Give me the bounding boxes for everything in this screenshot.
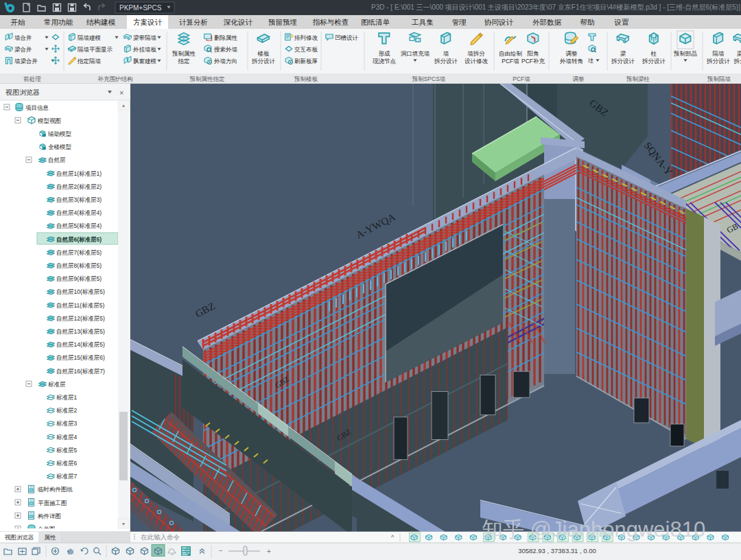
svg-text:深化设计: 深化设计 [223, 18, 253, 26]
svg-text:计算分析: 计算分析 [179, 18, 208, 26]
svg-text:自然层: 自然层 [48, 156, 66, 163]
svg-text:开始: 开始 [11, 18, 26, 26]
svg-text:预制属性指定: 预制属性指定 [189, 75, 225, 82]
svg-text:墙: 墙 [443, 50, 449, 57]
svg-text:梁合并: 梁合并 [14, 46, 32, 53]
svg-text:全楼模型: 全楼模型 [48, 143, 72, 150]
svg-text:标准层1: 标准层1 [56, 394, 78, 401]
svg-text:模型视图: 模型视图 [37, 117, 61, 124]
svg-text:图纸清单: 图纸清单 [361, 18, 390, 26]
svg-text:柱: 柱 [650, 50, 657, 57]
svg-text:前处理: 前处理 [23, 75, 41, 82]
svg-text:预制属性: 预制属性 [172, 50, 196, 57]
svg-text:P3D - [ E:\001 三一\000 项目设计\001: P3D - [ E:\001 三一\000 项目设计\001 主设项目\2023… [371, 3, 740, 11]
svg-text:飘窗建模: 飘窗建模 [133, 58, 157, 65]
svg-text:梁: 梁 [737, 50, 741, 57]
svg-text:隔墙建模: 隔墙建模 [78, 34, 102, 41]
svg-text:删除属性: 删除属性 [214, 34, 238, 41]
svg-text:自然层14(标准层5): 自然层14(标准层5) [56, 341, 105, 348]
svg-text:临时构件图纸: 临时构件图纸 [38, 486, 73, 493]
svg-text:预制部品: 预制部品 [673, 50, 697, 57]
svg-text:▼: ▼ [121, 522, 126, 526]
svg-text:交互布板: 交互布板 [294, 46, 318, 53]
svg-text:自然层1(标准层1): 自然层1(标准层1) [56, 170, 102, 177]
svg-text:30582.93 , 37383.31 , 0.00: 30582.93 , 37383.31 , 0.00 [518, 547, 596, 555]
svg-text:标准层6: 标准层6 [56, 460, 78, 467]
svg-text:拆分: 拆分 [733, 58, 741, 65]
svg-text:梁带隔墙: 梁带隔墙 [133, 34, 157, 41]
svg-text:预制梁柱: 预制梁柱 [626, 75, 650, 82]
svg-text:辅助模型: 辅助模型 [47, 130, 72, 137]
svg-text:珪: 珪 [588, 58, 593, 64]
svg-text:自然层8(标准层5): 自然层8(标准层5) [56, 262, 102, 269]
svg-text:结构建模: 结构建模 [86, 18, 116, 26]
svg-text:梁: 梁 [620, 50, 626, 57]
svg-text:预留预埋: 预留预埋 [268, 18, 297, 26]
svg-text:视图浏览器: 视图浏览器 [5, 534, 34, 541]
svg-text:拆分设计: 拆分设计 [434, 58, 458, 65]
svg-text:预制楼板: 预制楼板 [294, 75, 318, 82]
svg-text:调整: 调整 [573, 75, 585, 82]
svg-text:搜索外墙: 搜索外墙 [213, 46, 238, 53]
svg-text:PCF补充: PCF补充 [521, 58, 545, 65]
svg-text:自然层7(标准层5): 自然层7(标准层5) [56, 249, 102, 256]
svg-text:工具集: 工具集 [411, 18, 434, 26]
svg-text:自然层3(标准层3): 自然层3(标准层3) [56, 196, 102, 203]
svg-text:自然层6(标准层5): 自然层6(标准层5) [56, 236, 102, 243]
svg-text:标准层: 标准层 [48, 381, 66, 388]
svg-text:标准层4: 标准层4 [56, 434, 78, 441]
svg-text:自然层11(标准层5): 自然层11(标准层5) [56, 302, 104, 309]
svg-text:楼板: 楼板 [258, 50, 270, 57]
svg-text:调整: 调整 [566, 50, 578, 57]
svg-text:墙合并: 墙合并 [14, 34, 32, 41]
svg-text:墙拆分: 墙拆分 [467, 50, 485, 57]
svg-text:视图浏览器: 视图浏览器 [5, 89, 40, 96]
svg-text:指标与检查: 指标与检查 [313, 18, 349, 26]
svg-text:阳角: 阳角 [528, 50, 539, 57]
svg-text:知乎 @Jianhongwei810: 知乎 @Jianhongwei810 [482, 517, 705, 541]
svg-text:标准层3: 标准层3 [56, 420, 78, 427]
svg-text:拆分设计: 拆分设计 [611, 58, 635, 65]
svg-text:自由绘制: 自由绘制 [499, 50, 523, 57]
svg-text:设置: 设置 [614, 18, 630, 26]
svg-text:PCF墙: PCF墙 [502, 58, 519, 65]
svg-text:自然层16(标准层7): 自然层16(标准层7) [56, 368, 105, 375]
svg-text:隔墙: 隔墙 [713, 50, 725, 57]
svg-text:标准层7: 标准层7 [56, 473, 78, 480]
svg-text:在此输入命令: 在此输入命令 [141, 533, 180, 541]
svg-text:+: + [267, 548, 271, 555]
svg-text:形成: 形成 [379, 50, 391, 57]
svg-text:排列修改: 排列修改 [294, 34, 318, 41]
svg-text:自然层12(标准层5): 自然层12(标准层5) [56, 315, 105, 322]
svg-text:−: − [219, 547, 223, 555]
svg-text:拆分设计: 拆分设计 [706, 58, 731, 65]
svg-text:指定: 指定 [178, 58, 190, 65]
svg-text:自然层10(标准层5): 自然层10(标准层5) [56, 288, 105, 295]
svg-text:自然层15(标准层6): 自然层15(标准层6) [56, 354, 105, 361]
svg-text:标准层2: 标准层2 [56, 407, 78, 414]
svg-text:▲: ▲ [121, 103, 126, 108]
svg-text:自然层2(标准层2): 自然层2(标准层2) [56, 183, 102, 190]
svg-text:PCF墙: PCF墙 [513, 75, 530, 82]
svg-text:拆分设计: 拆分设计 [251, 58, 276, 65]
svg-text:现浇节点: 现浇节点 [373, 58, 397, 65]
svg-text:外墙转角: 外墙转角 [560, 58, 583, 65]
svg-text:自然层9(标准层5): 自然层9(标准层5) [56, 275, 102, 282]
svg-text:方案设计: 方案设计 [133, 18, 163, 26]
svg-text:外挂墙板: 外挂墙板 [133, 46, 157, 53]
svg-text:属性: 属性 [45, 534, 57, 541]
svg-text:墙梁合并: 墙梁合并 [14, 58, 38, 65]
svg-text:刷新板厚: 刷新板厚 [294, 58, 318, 65]
svg-text:外部数据: 外部数据 [532, 18, 562, 26]
svg-text:补充围护结构: 补充围护结构 [98, 75, 133, 82]
svg-text:管理: 管理 [452, 18, 467, 26]
svg-text:自然层5(标准层4): 自然层5(标准层4) [56, 222, 102, 229]
svg-text:隔墙平面显示: 隔墙平面显示 [78, 46, 113, 53]
svg-text:指定隔墙: 指定隔墙 [77, 58, 102, 65]
svg-text:设计修改: 设计修改 [464, 58, 489, 65]
svg-text:外墙方向: 外墙方向 [214, 58, 237, 65]
svg-text:标准层5: 标准层5 [56, 447, 78, 454]
svg-text:预制SPCS墙: 预制SPCS墙 [412, 75, 446, 82]
svg-text:平面施工图: 平面施工图 [38, 500, 67, 506]
svg-text:项目信息: 项目信息 [25, 104, 49, 111]
